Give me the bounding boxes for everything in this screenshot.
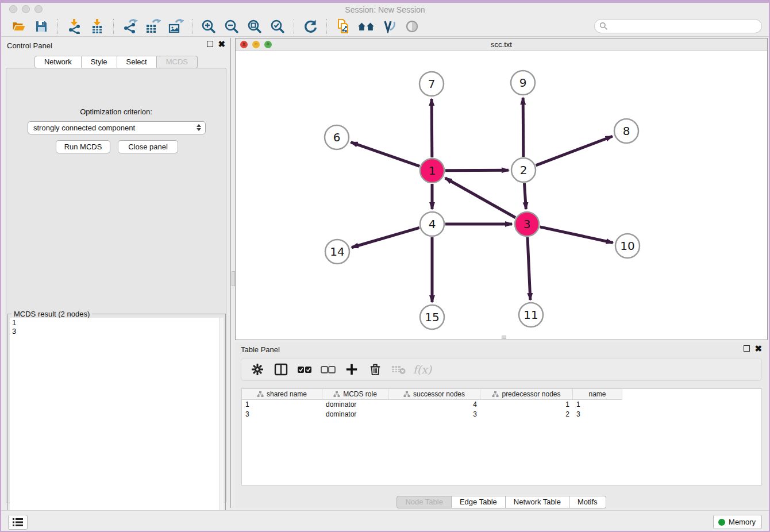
- edge-3-11[interactable]: [528, 237, 530, 300]
- node-7[interactable]: 7: [419, 72, 444, 96]
- node-4[interactable]: 4: [420, 212, 444, 236]
- table-cell[interactable]: 1: [480, 400, 573, 410]
- node-15[interactable]: 15: [420, 305, 444, 329]
- home-icon: [357, 20, 375, 33]
- table-row[interactable]: 1dominator411: [242, 400, 622, 410]
- add-row-button[interactable]: [341, 361, 362, 378]
- node-10[interactable]: 10: [615, 234, 640, 258]
- zoom-out-button[interactable]: [220, 18, 243, 35]
- tab-network-table[interactable]: Network Table: [506, 496, 569, 508]
- run-mcds-button[interactable]: Run MCDS: [56, 140, 110, 153]
- tab-edge-table[interactable]: Edge Table: [452, 496, 506, 508]
- export-image-icon: [168, 19, 184, 34]
- refresh-view-button[interactable]: [299, 18, 322, 35]
- search-box[interactable]: [594, 19, 762, 33]
- table-cell[interactable]: 3: [242, 410, 322, 419]
- node-3[interactable]: 3: [515, 212, 539, 236]
- edge-1-7[interactable]: [432, 99, 432, 157]
- import-table-button[interactable]: [86, 18, 109, 35]
- edge-1-2[interactable]: [445, 170, 509, 171]
- edge-2-8[interactable]: [536, 136, 613, 165]
- export-image-button[interactable]: [164, 18, 187, 35]
- node-11[interactable]: 11: [519, 303, 543, 327]
- svg-text:1: 1: [429, 164, 436, 178]
- task-history-button[interactable]: [8, 515, 28, 530]
- search-input[interactable]: [608, 21, 761, 32]
- optimization-select[interactable]: strongly connected component: [28, 121, 206, 134]
- network-resize-grip[interactable]: [502, 336, 506, 339]
- column-header-predecessor-nodes[interactable]: predecessor nodes: [480, 389, 573, 399]
- column-header-successor-nodes[interactable]: successor nodes: [388, 389, 480, 399]
- column-header-MCDS-role[interactable]: MCDS role: [322, 389, 388, 399]
- zoom-selected-button[interactable]: [266, 18, 289, 35]
- deselect-all-button[interactable]: [318, 361, 338, 378]
- network-window-titlebar[interactable]: x – + scc.txt: [236, 38, 767, 51]
- save-session-button[interactable]: [30, 18, 53, 35]
- table-settings-button[interactable]: [247, 361, 268, 378]
- float-table-panel-icon[interactable]: [744, 345, 750, 352]
- tab-node-table[interactable]: Node Table: [396, 496, 452, 508]
- table-cell[interactable]: 3: [573, 410, 622, 419]
- control-panel-tabs: NetworkStyleSelectMCDS: [1, 56, 231, 68]
- svg-text:14: 14: [330, 245, 344, 259]
- tab-mcds[interactable]: MCDS: [157, 56, 198, 68]
- function-builder-button[interactable]: f(x): [412, 361, 433, 378]
- column-header-name[interactable]: name: [573, 389, 622, 399]
- node-1[interactable]: 1: [420, 159, 444, 183]
- column-layout-button[interactable]: [271, 361, 291, 378]
- mcds-result-text[interactable]: 1 3: [10, 318, 219, 529]
- tab-select[interactable]: Select: [117, 56, 157, 68]
- zoom-fit-button[interactable]: [243, 18, 266, 35]
- edge-3-1[interactable]: [445, 178, 515, 218]
- table-cell[interactable]: dominator: [322, 410, 388, 419]
- hide-panel-button[interactable]: [401, 18, 424, 35]
- delete-row-button[interactable]: [365, 361, 386, 378]
- toolbar-separator: [326, 19, 327, 34]
- close-table-panel-icon[interactable]: ✖: [754, 345, 762, 352]
- edge-2-3[interactable]: [524, 183, 526, 209]
- close-panel-button[interactable]: Close panel: [118, 140, 178, 153]
- tab-network[interactable]: Network: [34, 56, 82, 68]
- open-session-button[interactable]: [7, 18, 30, 35]
- close-panel-icon[interactable]: ✖: [218, 41, 225, 47]
- tab-style[interactable]: Style: [82, 56, 117, 68]
- export-table-button[interactable]: [141, 18, 164, 35]
- edge-3-10[interactable]: [540, 227, 613, 243]
- edge-4-14[interactable]: [352, 228, 419, 247]
- vertical-splitter[interactable]: [230, 38, 235, 508]
- edge-2-9[interactable]: [523, 98, 523, 157]
- duplicate-network-button[interactable]: [332, 18, 355, 35]
- table-cell[interactable]: 3: [388, 410, 480, 419]
- tab-motifs[interactable]: Motifs: [569, 496, 606, 508]
- mcds-result-scrollbar[interactable]: [219, 318, 224, 529]
- delete-table-button[interactable]: [388, 361, 409, 378]
- node-6[interactable]: 6: [325, 125, 349, 149]
- memory-label: Memory: [729, 518, 756, 526]
- select-all-button[interactable]: [294, 361, 315, 378]
- table-cell[interactable]: dominator: [322, 400, 388, 410]
- vizmapper-button[interactable]: [378, 18, 401, 35]
- table-cell[interactable]: 1: [573, 400, 622, 410]
- node-14[interactable]: 14: [325, 240, 349, 264]
- table-cell[interactable]: 2: [480, 410, 573, 419]
- memory-button[interactable]: Memory: [713, 515, 762, 529]
- network-graph[interactable]: 7968124314101511: [236, 51, 767, 340]
- node-2[interactable]: 2: [511, 158, 536, 182]
- import-network-icon: [67, 19, 82, 34]
- svg-text:15: 15: [425, 310, 439, 324]
- zoom-in-button[interactable]: [197, 18, 220, 35]
- table-cell[interactable]: 4: [388, 400, 480, 410]
- table-row[interactable]: 3dominator323: [242, 410, 622, 419]
- node-8[interactable]: 8: [614, 119, 638, 143]
- edge-1-6[interactable]: [351, 142, 420, 167]
- column-header-shared-name[interactable]: shared name: [242, 389, 322, 399]
- table-cell[interactable]: 1: [242, 400, 322, 410]
- float-panel-icon[interactable]: [207, 41, 213, 47]
- column-label: successor nodes: [413, 390, 465, 398]
- node-9[interactable]: 9: [511, 71, 535, 95]
- home-button[interactable]: [355, 18, 378, 35]
- export-network-button[interactable]: [118, 18, 141, 35]
- import-network-button[interactable]: [63, 18, 86, 35]
- network-window-title: scc.txt: [236, 40, 767, 49]
- mcds-panel: Optimization criterion: strongly connect…: [6, 68, 226, 503]
